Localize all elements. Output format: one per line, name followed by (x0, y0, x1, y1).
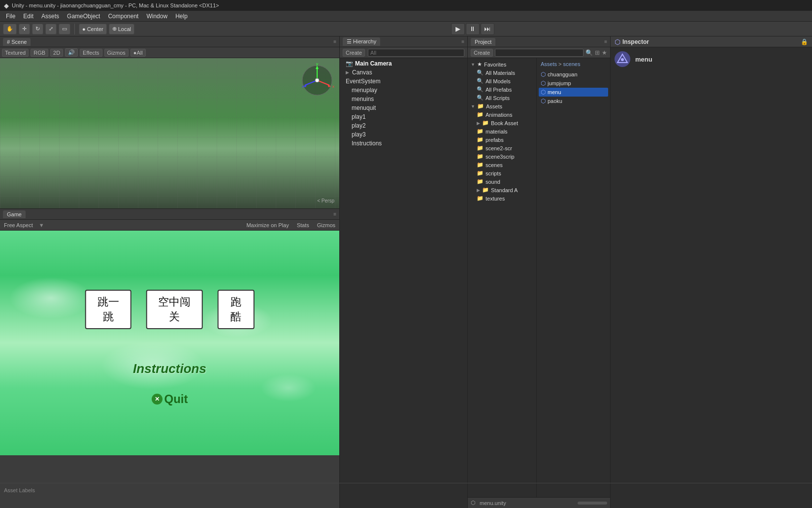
menu-assets[interactable]: Assets (37, 12, 63, 21)
tree-scene3[interactable]: 📁 scene3scrip (468, 152, 536, 161)
jump-game-btn[interactable]: 跳一跳 (85, 290, 131, 329)
inspector-tab: Inspector (622, 38, 649, 45)
run-game-btn[interactable]: 跑酷 (218, 290, 255, 329)
project-maximize[interactable]: ≡ (604, 39, 607, 44)
tree-scene2[interactable]: 📁 scene2-scr (468, 144, 536, 152)
title-bar: ◆ Unity - menu.unity - jiaonangchuanggua… (0, 0, 812, 11)
scale-tool-btn[interactable]: ⤢ (45, 24, 57, 34)
move-tool-btn[interactable]: ✛ (19, 24, 30, 34)
scene-view: # Scene ≡ Textured RGB 2D 🔊 Effects Gizm… (0, 36, 339, 209)
svg-point-10 (315, 78, 319, 82)
hierarchy-item-maincamera[interactable]: 📷 Main Camera (340, 59, 467, 68)
tree-scripts[interactable]: 📁 scripts (468, 169, 536, 177)
project-search-input[interactable] (495, 49, 584, 57)
game-maximize[interactable]: ≡ (333, 211, 336, 217)
tree-prefabs[interactable]: 📁 prefabs (468, 135, 536, 144)
fav-models-icon: 🔍 (477, 78, 484, 84)
pivot-center-btn[interactable]: ● Center (79, 24, 107, 34)
step-button[interactable]: ⏭ (481, 23, 494, 35)
hierarchy-item-instructions[interactable]: Instructions (340, 139, 467, 148)
gizmos-btn[interactable]: Gizmos (104, 49, 129, 57)
game-toolbar: Free Aspect ▼ Maximize on Play Stats Giz… (0, 220, 339, 231)
file-menu[interactable]: ⬡ menu (539, 88, 608, 97)
hierarchy-item-eventsystem[interactable]: EventSystem (340, 77, 467, 86)
project-create-btn[interactable]: Create (471, 49, 493, 57)
tree-animations[interactable]: 📁 Animations (468, 110, 536, 119)
fav-materials[interactable]: 🔍 All Materials (468, 68, 536, 77)
hierarchy-item-menuquit[interactable]: menuquit (340, 103, 467, 112)
menu-file[interactable]: File (2, 12, 19, 21)
project-star-btn[interactable]: ★ (602, 49, 607, 56)
assets-folder-icon: 📁 (477, 103, 484, 109)
hierarchy-tab[interactable]: ☰ Hierarchy (343, 37, 380, 46)
breadcrumb-scenes[interactable]: scenes (563, 61, 581, 67)
project-filter-btn[interactable]: ⊞ (595, 49, 600, 56)
fav-search-icon: 🔍 (477, 69, 484, 76)
audio-btn[interactable]: 🔊 (65, 48, 78, 57)
assets-tree-item[interactable]: ▼ 📁 Assets (468, 102, 536, 110)
file-chuangguan[interactable]: ⬡ chuangguan (539, 70, 608, 79)
animations-folder-icon: 📁 (477, 111, 484, 118)
separator-1 (74, 24, 75, 34)
hierarchy-search-input[interactable] (368, 49, 464, 57)
hierarchy-item-play1[interactable]: play1 (340, 112, 467, 121)
layers-btn[interactable]: ●All (130, 49, 146, 57)
aspect-dropdown[interactable]: Free Aspect (2, 222, 35, 229)
fav-models[interactable]: 🔍 All Models (468, 77, 536, 85)
pivot-local-btn[interactable]: ⊕ Local (109, 24, 134, 34)
file-jumpjump[interactable]: ⬡ jumpjump (539, 79, 608, 88)
tree-scenes[interactable]: 📁 scenes (468, 161, 536, 169)
hierarchy-maximize[interactable]: ≡ (461, 39, 464, 44)
hierarchy-item-menuplay[interactable]: menuplay (340, 86, 467, 95)
rect-tool-btn[interactable]: ▭ (59, 24, 70, 34)
tree-standard[interactable]: ▶ 📁 Standard A (468, 186, 536, 194)
stats-btn[interactable]: Stats (295, 222, 311, 229)
favorites-tree-item[interactable]: ▼ ★ Favorites (468, 60, 536, 68)
display-mode-btn[interactable]: Textured (2, 49, 29, 57)
instructions-label[interactable]: Instructions (133, 361, 206, 376)
hierarchy-item-menuins[interactable]: menuins (340, 95, 467, 103)
hand-tool-btn[interactable]: ✋ (3, 24, 17, 34)
unity-file-icon-3: ⬡ (541, 89, 546, 96)
fav-prefabs[interactable]: 🔍 All Prefabs (468, 85, 536, 94)
game-tab[interactable]: Game (3, 210, 26, 218)
status-slider[interactable] (578, 502, 607, 505)
menu-help[interactable]: Help (171, 12, 192, 21)
fav-scripts-icon: 🔍 (477, 95, 484, 101)
scene-grid (0, 58, 339, 208)
breadcrumb-assets[interactable]: Assets (541, 61, 557, 67)
menu-edit[interactable]: Edit (19, 12, 37, 21)
menu-component[interactable]: Component (104, 12, 142, 21)
game-gizmos-btn[interactable]: Gizmos (315, 222, 337, 229)
tree-textures[interactable]: 📁 textures (468, 194, 536, 203)
color-mode-btn[interactable]: RGB (31, 49, 48, 57)
hierarchy-item-canvas[interactable]: ▶ Canvas (340, 68, 467, 77)
favorites-arrow: ▼ (471, 62, 475, 67)
effects-btn[interactable]: Effects (80, 49, 102, 57)
tree-bookasset[interactable]: ▶ 📁 Book Asset (468, 119, 536, 127)
status-file-icon: ⬡ (471, 500, 476, 506)
tree-sound[interactable]: 📁 sound (468, 177, 536, 186)
lock-icon[interactable]: 🔒 (801, 38, 808, 45)
play-button[interactable]: ▶ (451, 23, 465, 35)
hierarchy-item-play3[interactable]: play3 (340, 130, 467, 139)
maximize-on-play-btn[interactable]: Maximize on Play (244, 222, 291, 229)
fav-scripts[interactable]: 🔍 All Scripts (468, 94, 536, 102)
menu-window[interactable]: Window (142, 12, 171, 21)
tree-materials[interactable]: 📁 materials (468, 127, 536, 135)
pivot-icon: ● (82, 26, 86, 32)
hierarchy-create-btn[interactable]: Create (343, 49, 365, 57)
rotate-tool-btn[interactable]: ↻ (32, 24, 43, 34)
scene-gizmo: y x z (300, 63, 334, 98)
hierarchy-tab-bar: ☰ Hierarchy ≡ (340, 36, 467, 47)
menu-gameobject[interactable]: GameObject (63, 12, 104, 21)
sky-game-btn[interactable]: 空中闯关 (146, 290, 202, 329)
scene-maximize[interactable]: ≡ (333, 39, 336, 44)
scene-tab[interactable]: # Scene (3, 38, 31, 46)
view-2d-btn[interactable]: 2D (50, 49, 63, 57)
hierarchy-item-play2[interactable]: play2 (340, 121, 467, 130)
file-paoku[interactable]: ⬡ paoku (539, 97, 608, 105)
pause-button[interactable]: ⏸ (466, 23, 480, 35)
quit-label[interactable]: ✕ Quit (152, 392, 188, 406)
project-tab[interactable]: Project (471, 38, 495, 46)
